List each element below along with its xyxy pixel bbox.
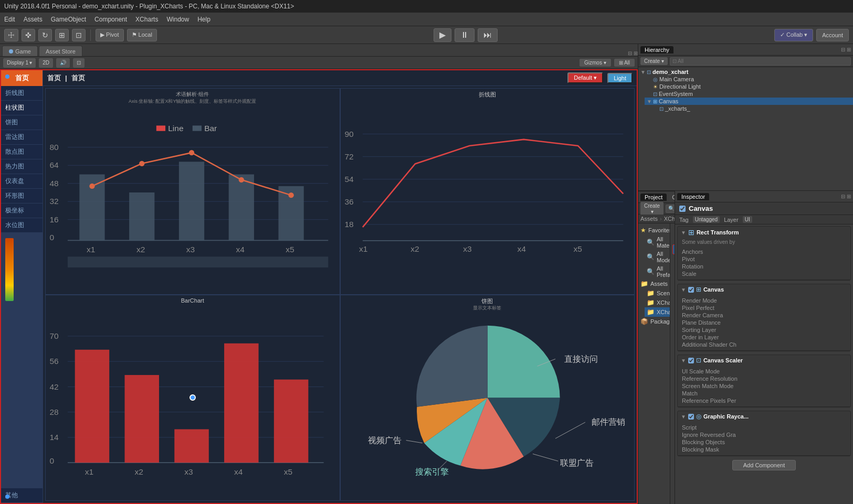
- step-btn[interactable]: ⏭: [478, 28, 498, 42]
- materials-icon: 🔍: [647, 239, 655, 246]
- project-tab[interactable]: Project: [640, 194, 667, 201]
- svg-line-73: [555, 422, 585, 438]
- tab-game[interactable]: Game: [2, 46, 38, 56]
- local-btn[interactable]: ⚑ Local: [127, 29, 157, 41]
- tab-bar-minimize[interactable]: ⊟ ⊞: [628, 50, 638, 56]
- tree-item-canvas[interactable]: ▼ ⊞ Canvas: [645, 98, 853, 105]
- canvas-scaler-header[interactable]: ▼ ⊡ Canvas Scaler: [678, 355, 850, 366]
- layer-value[interactable]: UI: [743, 216, 752, 223]
- scaler-section: UI Scale Mode Reference Resolution Scree…: [678, 366, 850, 407]
- all-models-item[interactable]: 🔍 All Models: [645, 250, 670, 264]
- svg-text:x4: x4: [234, 467, 243, 476]
- favorites-folder[interactable]: ★ Favorites: [638, 226, 670, 235]
- breadcrumb-bar: Assets › XChartsDemo ›: [638, 215, 675, 223]
- canvas-enabled-check[interactable]: [688, 287, 694, 293]
- rect-transform-header[interactable]: ▼ ⊞ Rect Transform: [678, 227, 850, 238]
- canvas-component: ▼ ⊞ Canvas Render Mode Pixel Perfect: [677, 284, 851, 351]
- chart-default-btn[interactable]: Default ▾: [567, 72, 603, 83]
- rect-tool-btn[interactable]: ⊡: [72, 29, 86, 41]
- packages-icon: 📦: [640, 318, 648, 325]
- audio-btn[interactable]: 🔊: [56, 58, 70, 68]
- hierarchy-search[interactable]: [670, 57, 851, 66]
- xchartsdemo-folder[interactable]: 📁 XChartsDemo: [645, 307, 670, 317]
- svg-text:48: 48: [49, 179, 58, 188]
- canvas-handle-tl[interactable]: [5, 74, 9, 79]
- sidebar-item-3[interactable]: 雷达图: [1, 130, 43, 145]
- tree-item-light[interactable]: ☀ Directional Light: [645, 83, 853, 90]
- hierarchy-panel-btns[interactable]: ⊟ ⊞: [841, 47, 851, 52]
- menu-window[interactable]: Window: [166, 16, 189, 23]
- tree-item-camera[interactable]: ◎ Main Camera: [645, 76, 853, 83]
- drag-handle[interactable]: [189, 394, 196, 401]
- tree-item-xcharts[interactable]: ⊡ _xcharts_: [651, 105, 853, 112]
- tab-asset-store[interactable]: Asset Store: [39, 46, 82, 56]
- sidebar-item-8[interactable]: 极坐标: [1, 203, 43, 218]
- tree-item-eventsystem[interactable]: ⊡ EventSystem: [645, 90, 853, 98]
- gizmos-btn[interactable]: Gizmos ▾: [580, 59, 611, 67]
- inspector-panel-btns[interactable]: ⊟ ⊞: [841, 194, 851, 199]
- sidebar-item-2[interactable]: 饼图: [1, 115, 43, 130]
- sidebar-item-0[interactable]: 折线图: [1, 86, 43, 101]
- raycaster-check[interactable]: [688, 414, 694, 420]
- tag-value[interactable]: Untagged: [693, 216, 720, 223]
- scaler-check[interactable]: [688, 358, 694, 363]
- hand-tool-btn[interactable]: ☩: [4, 29, 18, 41]
- sidebar-item-5[interactable]: 热力图: [1, 159, 43, 174]
- all-prefabs-item[interactable]: 🔍 All Prefabs: [645, 264, 670, 279]
- sidebar-item-6[interactable]: 仪表盘: [1, 174, 43, 189]
- tree-item-scene[interactable]: ▼ ⊡ demo_xchart: [638, 68, 853, 76]
- sidebar-item-7[interactable]: 环形图: [1, 189, 43, 203]
- chart-default-label: Default ▾: [574, 74, 597, 81]
- ignore-label: Ignore Reversed Gra: [682, 432, 750, 438]
- hierarchy-tab[interactable]: Hierarchy: [640, 46, 673, 53]
- inspector-tab[interactable]: Inspector: [677, 193, 709, 200]
- menu-component[interactable]: Component: [94, 16, 127, 23]
- all-materials-item[interactable]: 🔍 All Materials: [645, 235, 670, 250]
- account-btn[interactable]: Account: [816, 29, 849, 41]
- svg-point-23: [189, 150, 194, 155]
- assets-folder[interactable]: 📁 Assets: [638, 279, 670, 288]
- chart-content: 首页 | 首页 Default ▾ Light: [43, 70, 637, 503]
- collab-btn[interactable]: ✓ Collab ▾: [774, 29, 813, 41]
- game-view-toolbar: Display 1 ▾ 2D 🔊 ⊡ Gizmos ▾ ⊞ All: [0, 57, 638, 69]
- 2d-btn[interactable]: 2D: [39, 58, 53, 68]
- project-create-btn[interactable]: Create ▾: [640, 202, 664, 216]
- canvas-comp-header[interactable]: ▼ ⊞ Canvas: [678, 284, 850, 295]
- scenes-folder[interactable]: 📁 Scenes: [645, 288, 670, 298]
- chart-light-btn[interactable]: Light: [607, 73, 633, 83]
- canvas-handle-bl[interactable]: [5, 495, 9, 499]
- hierarchy-create-btn[interactable]: Create ▾: [640, 57, 668, 65]
- canvas-section: Render Mode Pixel Perfect Render Camera …: [678, 295, 850, 351]
- breadcrumb-assets[interactable]: Assets: [640, 216, 658, 222]
- sidebar-item-9[interactable]: 水位图: [1, 218, 43, 233]
- move-tool-btn[interactable]: ✜: [22, 29, 35, 41]
- play-btn[interactable]: ▶: [434, 28, 451, 42]
- sidebar-item-1[interactable]: 柱状图: [1, 101, 43, 115]
- menu-assets[interactable]: Assets: [24, 16, 43, 23]
- stats-btn[interactable]: ⊡: [73, 58, 85, 68]
- xcharts-folder[interactable]: 📁 XCharts: [645, 298, 670, 307]
- inspector-active-checkbox[interactable]: [679, 206, 686, 212]
- svg-text:x2: x2: [134, 467, 143, 476]
- scale-tool-btn[interactable]: ⊞: [55, 29, 69, 41]
- packages-folder[interactable]: 📦 Packages: [638, 317, 670, 326]
- add-component-btn[interactable]: Add Component: [732, 460, 796, 470]
- sidebar-item-4[interactable]: 散点图: [1, 145, 43, 159]
- display-label: Display 1: [7, 60, 28, 66]
- pivot-btn[interactable]: ▶ Pivot: [96, 29, 124, 41]
- svg-text:x3: x3: [463, 244, 471, 253]
- menu-edit[interactable]: Edit: [4, 16, 15, 23]
- menu-xcharts[interactable]: XCharts: [135, 16, 158, 23]
- all-btn[interactable]: ⊞ All: [614, 59, 635, 67]
- light-name: Directional Light: [659, 83, 701, 90]
- assets-folder-icon: 📁: [640, 280, 648, 287]
- menu-gameobject[interactable]: GameObject: [51, 16, 86, 23]
- menu-help[interactable]: Help: [197, 16, 210, 23]
- pause-btn[interactable]: ⏸: [455, 28, 475, 42]
- rotate-tool-btn[interactable]: ↻: [38, 29, 52, 41]
- graphic-raycaster-header[interactable]: ▼ ◎ Graphic Rayca...: [678, 411, 850, 422]
- all-materials-label: All Materials: [657, 236, 670, 249]
- order-layer-label: Order in Layer: [682, 334, 750, 340]
- svg-text:视频广告: 视频广告: [368, 435, 402, 444]
- display-btn[interactable]: Display 1 ▾: [3, 58, 36, 68]
